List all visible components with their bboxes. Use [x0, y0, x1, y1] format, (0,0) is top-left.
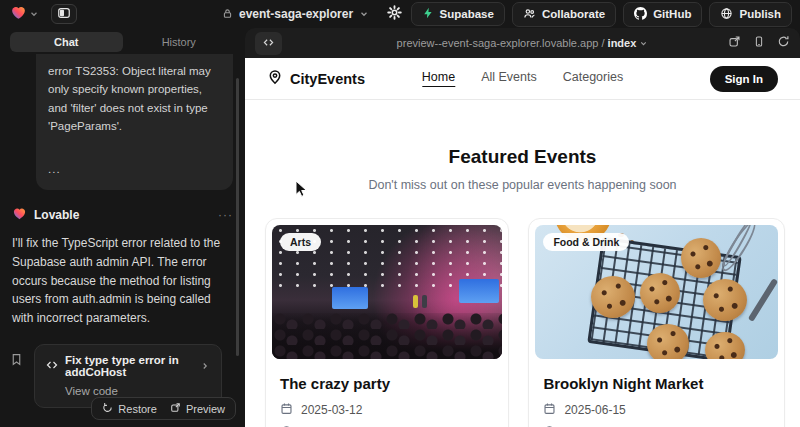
- restore-label: Restore: [118, 403, 157, 415]
- open-in-new-tab-icon[interactable]: [728, 34, 741, 52]
- lovable-heart-icon: [10, 4, 27, 25]
- brand-name: CityEvents: [290, 71, 365, 87]
- map-pin-icon: [267, 69, 283, 88]
- event-title: Brooklyn Night Market: [543, 375, 770, 392]
- category-badge: Arts: [280, 233, 321, 251]
- sign-in-button[interactable]: Sign In: [710, 66, 778, 92]
- user-message-ellipsis: ...: [48, 160, 221, 178]
- external-link-icon: [170, 402, 181, 415]
- bookmark-icon[interactable]: [10, 352, 23, 370]
- code-edit-title: Fix type type error in addCoHost: [65, 354, 193, 378]
- hero-section: Featured Events Don't miss out on these …: [245, 146, 800, 192]
- people-icon: [523, 7, 536, 22]
- github-label: GitHub: [653, 8, 691, 20]
- event-date: 2025-03-12: [280, 402, 494, 418]
- app-page: CityEvents Home All Events Categories Si…: [245, 58, 800, 427]
- preview-label: Preview: [186, 403, 225, 415]
- chat-messages: error TS2353: Object literal may only sp…: [10, 54, 235, 427]
- preview-version-button[interactable]: Preview: [170, 402, 225, 415]
- assistant-intro-text: I'll fix the TypeScript error related to…: [12, 234, 233, 328]
- restore-preview-toolbar: Restore Preview: [91, 397, 236, 420]
- site-nav: Home All Events Categories: [422, 70, 623, 87]
- app-topbar: event-saga-explorer Supabase Collaborate: [0, 0, 800, 28]
- supabase-bolt-icon: [422, 7, 434, 21]
- github-button[interactable]: GitHub: [623, 2, 702, 27]
- preview-toolbar: preview--event-saga-explorer.lovable.app…: [245, 28, 800, 58]
- message-more-menu[interactable]: ···: [218, 208, 233, 222]
- chat-scrollbar[interactable]: [236, 78, 239, 356]
- nav-categories[interactable]: Categories: [563, 70, 623, 87]
- chat-history-tabs: Chat History: [10, 32, 235, 52]
- supabase-label: Supabase: [440, 8, 494, 20]
- chevron-down-icon: [29, 5, 39, 23]
- calendar-icon: [543, 402, 556, 418]
- event-date: 2025-06-15: [543, 402, 770, 418]
- settings-button[interactable]: [385, 3, 404, 25]
- event-cards-grid: Arts The crazy party 2025-03-12: [245, 218, 800, 427]
- restore-icon: [102, 402, 113, 415]
- lovable-logo-menu[interactable]: [8, 2, 41, 27]
- site-brand[interactable]: CityEvents: [267, 69, 365, 88]
- code-icon: [46, 357, 58, 375]
- chevron-down-icon: [359, 5, 369, 23]
- view-code-link[interactable]: View code: [65, 385, 210, 397]
- toggle-sidebar-button[interactable]: [51, 4, 77, 24]
- nav-all-events[interactable]: All Events: [481, 70, 537, 87]
- user-message-text: error TS2353: Object literal may only sp…: [48, 65, 211, 132]
- collaborate-button[interactable]: Collaborate: [512, 2, 616, 27]
- gear-icon: [387, 5, 402, 23]
- publish-button[interactable]: Publish: [709, 2, 792, 27]
- preview-panel: preview--event-saga-explorer.lovable.app…: [245, 28, 800, 427]
- event-title: The crazy party: [280, 375, 494, 392]
- assistant-name: Lovable: [34, 208, 79, 222]
- mobile-view-icon[interactable]: [753, 34, 765, 52]
- globe-icon: [720, 7, 733, 22]
- user-message-bubble: error TS2353: Object literal may only sp…: [36, 54, 233, 190]
- code-view-toggle[interactable]: [255, 32, 282, 55]
- calendar-icon: [280, 402, 293, 418]
- lovable-heart-icon: [12, 206, 27, 225]
- supabase-button[interactable]: Supabase: [411, 2, 505, 26]
- event-image-cookies: Food & Drink: [535, 225, 778, 359]
- collaborate-label: Collaborate: [542, 8, 605, 20]
- tab-chat[interactable]: Chat: [10, 32, 123, 52]
- github-icon: [634, 7, 647, 22]
- refresh-icon[interactable]: [777, 34, 790, 52]
- site-header: CityEvents Home All Events Categories Si…: [245, 58, 800, 100]
- project-switcher[interactable]: event-saga-explorer: [222, 0, 369, 28]
- restore-button[interactable]: Restore: [102, 402, 157, 415]
- publish-label: Publish: [739, 8, 781, 20]
- nav-home[interactable]: Home: [422, 70, 455, 87]
- chevron-right-icon: [200, 357, 210, 375]
- project-name: event-saga-explorer: [239, 7, 353, 21]
- preview-url[interactable]: preview--event-saga-explorer.lovable.app…: [245, 37, 800, 49]
- lock-icon: [222, 5, 233, 23]
- category-badge: Food & Drink: [543, 233, 629, 251]
- sidebar-panel-icon: [57, 6, 71, 23]
- tab-history[interactable]: History: [123, 32, 236, 52]
- code-icon: [262, 36, 275, 51]
- chat-sidebar: Chat History error TS2353: Object litera…: [0, 28, 245, 427]
- page-subtitle: Don't miss out on these popular events h…: [245, 178, 800, 192]
- page-title: Featured Events: [245, 146, 800, 168]
- event-image-conference: Arts: [272, 225, 502, 359]
- event-card[interactable]: Food & Drink Brooklyn Night Market 2025-…: [528, 218, 785, 427]
- event-card[interactable]: Arts The crazy party 2025-03-12: [265, 218, 509, 427]
